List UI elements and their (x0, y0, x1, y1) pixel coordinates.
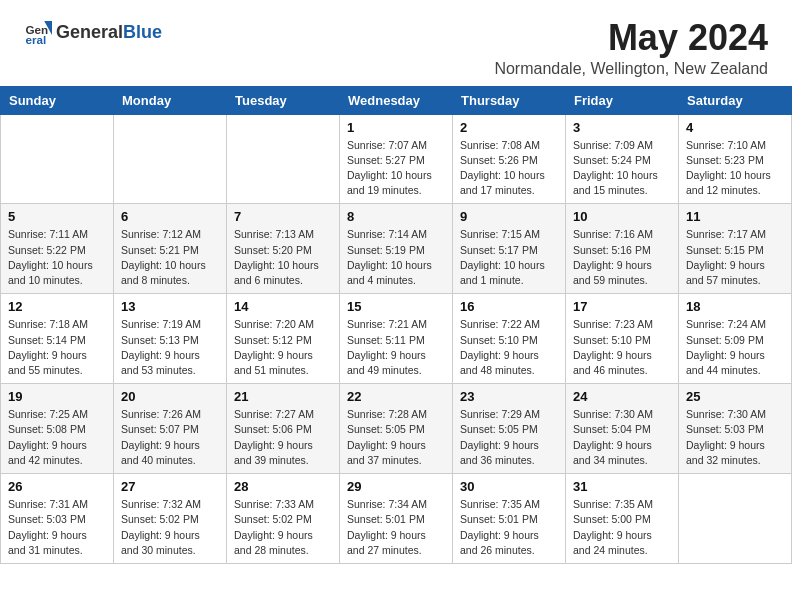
table-row: 14Sunrise: 7:20 AM Sunset: 5:12 PM Dayli… (227, 294, 340, 384)
day-info: Sunrise: 7:22 AM Sunset: 5:10 PM Dayligh… (460, 317, 558, 378)
day-info: Sunrise: 7:20 AM Sunset: 5:12 PM Dayligh… (234, 317, 332, 378)
day-info: Sunrise: 7:13 AM Sunset: 5:20 PM Dayligh… (234, 227, 332, 288)
day-info: Sunrise: 7:08 AM Sunset: 5:26 PM Dayligh… (460, 138, 558, 199)
day-number: 8 (347, 209, 445, 224)
day-info: Sunrise: 7:24 AM Sunset: 5:09 PM Dayligh… (686, 317, 784, 378)
day-number: 10 (573, 209, 671, 224)
day-number: 7 (234, 209, 332, 224)
day-number: 17 (573, 299, 671, 314)
calendar-week-row: 19Sunrise: 7:25 AM Sunset: 5:08 PM Dayli… (1, 384, 792, 474)
day-number: 31 (573, 479, 671, 494)
day-info: Sunrise: 7:28 AM Sunset: 5:05 PM Dayligh… (347, 407, 445, 468)
day-number: 15 (347, 299, 445, 314)
day-number: 19 (8, 389, 106, 404)
table-row: 11Sunrise: 7:17 AM Sunset: 5:15 PM Dayli… (679, 204, 792, 294)
table-row: 2Sunrise: 7:08 AM Sunset: 5:26 PM Daylig… (453, 114, 566, 204)
day-number: 29 (347, 479, 445, 494)
table-row: 20Sunrise: 7:26 AM Sunset: 5:07 PM Dayli… (114, 384, 227, 474)
day-info: Sunrise: 7:11 AM Sunset: 5:22 PM Dayligh… (8, 227, 106, 288)
col-friday: Friday (566, 86, 679, 114)
col-monday: Monday (114, 86, 227, 114)
day-info: Sunrise: 7:32 AM Sunset: 5:02 PM Dayligh… (121, 497, 219, 558)
day-number: 11 (686, 209, 784, 224)
day-number: 26 (8, 479, 106, 494)
table-row: 1Sunrise: 7:07 AM Sunset: 5:27 PM Daylig… (340, 114, 453, 204)
table-row: 28Sunrise: 7:33 AM Sunset: 5:02 PM Dayli… (227, 474, 340, 564)
day-info: Sunrise: 7:35 AM Sunset: 5:00 PM Dayligh… (573, 497, 671, 558)
table-row: 7Sunrise: 7:13 AM Sunset: 5:20 PM Daylig… (227, 204, 340, 294)
day-info: Sunrise: 7:26 AM Sunset: 5:07 PM Dayligh… (121, 407, 219, 468)
calendar-week-row: 5Sunrise: 7:11 AM Sunset: 5:22 PM Daylig… (1, 204, 792, 294)
calendar-subtitle: Normandale, Wellington, New Zealand (494, 60, 768, 78)
day-number: 20 (121, 389, 219, 404)
logo-general-text: General (56, 22, 123, 42)
table-row: 25Sunrise: 7:30 AM Sunset: 5:03 PM Dayli… (679, 384, 792, 474)
svg-text:eral: eral (26, 33, 47, 46)
day-info: Sunrise: 7:30 AM Sunset: 5:03 PM Dayligh… (686, 407, 784, 468)
day-number: 25 (686, 389, 784, 404)
day-info: Sunrise: 7:07 AM Sunset: 5:27 PM Dayligh… (347, 138, 445, 199)
day-number: 13 (121, 299, 219, 314)
day-number: 22 (347, 389, 445, 404)
table-row: 10Sunrise: 7:16 AM Sunset: 5:16 PM Dayli… (566, 204, 679, 294)
day-number: 2 (460, 120, 558, 135)
day-info: Sunrise: 7:09 AM Sunset: 5:24 PM Dayligh… (573, 138, 671, 199)
day-info: Sunrise: 7:33 AM Sunset: 5:02 PM Dayligh… (234, 497, 332, 558)
table-row: 23Sunrise: 7:29 AM Sunset: 5:05 PM Dayli… (453, 384, 566, 474)
table-row: 3Sunrise: 7:09 AM Sunset: 5:24 PM Daylig… (566, 114, 679, 204)
table-row: 21Sunrise: 7:27 AM Sunset: 5:06 PM Dayli… (227, 384, 340, 474)
day-info: Sunrise: 7:29 AM Sunset: 5:05 PM Dayligh… (460, 407, 558, 468)
table-row: 4Sunrise: 7:10 AM Sunset: 5:23 PM Daylig… (679, 114, 792, 204)
table-row: 8Sunrise: 7:14 AM Sunset: 5:19 PM Daylig… (340, 204, 453, 294)
table-row: 22Sunrise: 7:28 AM Sunset: 5:05 PM Dayli… (340, 384, 453, 474)
day-info: Sunrise: 7:10 AM Sunset: 5:23 PM Dayligh… (686, 138, 784, 199)
day-info: Sunrise: 7:12 AM Sunset: 5:21 PM Dayligh… (121, 227, 219, 288)
day-info: Sunrise: 7:25 AM Sunset: 5:08 PM Dayligh… (8, 407, 106, 468)
day-number: 30 (460, 479, 558, 494)
day-info: Sunrise: 7:14 AM Sunset: 5:19 PM Dayligh… (347, 227, 445, 288)
title-block: May 2024 Normandale, Wellington, New Zea… (494, 18, 768, 78)
table-row (1, 114, 114, 204)
day-number: 27 (121, 479, 219, 494)
day-number: 1 (347, 120, 445, 135)
page-header: Gen eral GeneralBlue May 2024 Normandale… (0, 0, 792, 86)
logo-icon: Gen eral (24, 18, 52, 46)
calendar-table: Sunday Monday Tuesday Wednesday Thursday… (0, 86, 792, 564)
day-number: 5 (8, 209, 106, 224)
calendar-week-row: 1Sunrise: 7:07 AM Sunset: 5:27 PM Daylig… (1, 114, 792, 204)
day-info: Sunrise: 7:15 AM Sunset: 5:17 PM Dayligh… (460, 227, 558, 288)
day-info: Sunrise: 7:19 AM Sunset: 5:13 PM Dayligh… (121, 317, 219, 378)
calendar-wrapper: Sunday Monday Tuesday Wednesday Thursday… (0, 86, 792, 574)
day-info: Sunrise: 7:23 AM Sunset: 5:10 PM Dayligh… (573, 317, 671, 378)
table-row: 12Sunrise: 7:18 AM Sunset: 5:14 PM Dayli… (1, 294, 114, 384)
col-saturday: Saturday (679, 86, 792, 114)
day-info: Sunrise: 7:18 AM Sunset: 5:14 PM Dayligh… (8, 317, 106, 378)
day-info: Sunrise: 7:30 AM Sunset: 5:04 PM Dayligh… (573, 407, 671, 468)
table-row: 29Sunrise: 7:34 AM Sunset: 5:01 PM Dayli… (340, 474, 453, 564)
logo: Gen eral GeneralBlue (24, 18, 162, 46)
table-row (227, 114, 340, 204)
table-row: 13Sunrise: 7:19 AM Sunset: 5:13 PM Dayli… (114, 294, 227, 384)
table-row: 18Sunrise: 7:24 AM Sunset: 5:09 PM Dayli… (679, 294, 792, 384)
col-sunday: Sunday (1, 86, 114, 114)
day-number: 9 (460, 209, 558, 224)
table-row: 5Sunrise: 7:11 AM Sunset: 5:22 PM Daylig… (1, 204, 114, 294)
day-number: 18 (686, 299, 784, 314)
table-row: 19Sunrise: 7:25 AM Sunset: 5:08 PM Dayli… (1, 384, 114, 474)
day-info: Sunrise: 7:16 AM Sunset: 5:16 PM Dayligh… (573, 227, 671, 288)
table-row: 26Sunrise: 7:31 AM Sunset: 5:03 PM Dayli… (1, 474, 114, 564)
day-number: 6 (121, 209, 219, 224)
table-row: 16Sunrise: 7:22 AM Sunset: 5:10 PM Dayli… (453, 294, 566, 384)
calendar-title: May 2024 (494, 18, 768, 58)
table-row: 15Sunrise: 7:21 AM Sunset: 5:11 PM Dayli… (340, 294, 453, 384)
day-number: 28 (234, 479, 332, 494)
day-info: Sunrise: 7:17 AM Sunset: 5:15 PM Dayligh… (686, 227, 784, 288)
table-row: 30Sunrise: 7:35 AM Sunset: 5:01 PM Dayli… (453, 474, 566, 564)
day-info: Sunrise: 7:35 AM Sunset: 5:01 PM Dayligh… (460, 497, 558, 558)
col-wednesday: Wednesday (340, 86, 453, 114)
day-info: Sunrise: 7:21 AM Sunset: 5:11 PM Dayligh… (347, 317, 445, 378)
calendar-week-row: 26Sunrise: 7:31 AM Sunset: 5:03 PM Dayli… (1, 474, 792, 564)
table-row (679, 474, 792, 564)
col-tuesday: Tuesday (227, 86, 340, 114)
day-info: Sunrise: 7:27 AM Sunset: 5:06 PM Dayligh… (234, 407, 332, 468)
